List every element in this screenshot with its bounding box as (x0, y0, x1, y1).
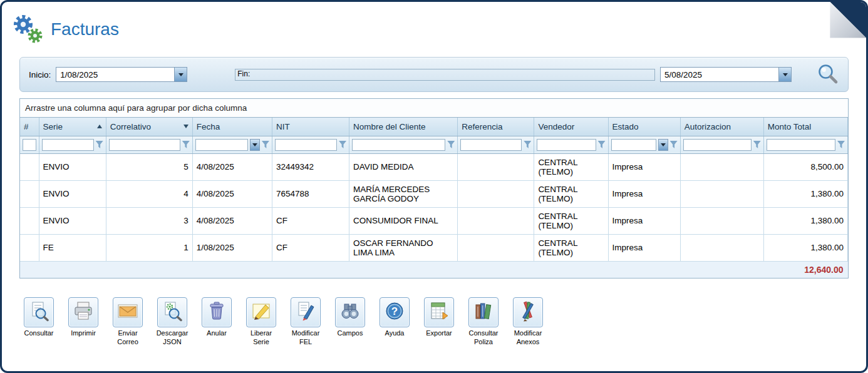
exportar-button[interactable] (424, 297, 454, 327)
trash-icon (206, 300, 227, 324)
invoices-grid: Arrastre una columna aquí para agrupar p… (19, 98, 849, 278)
filter-cell-referencia (458, 136, 534, 153)
filter-cell-serie (39, 136, 106, 153)
fin-dropdown-button[interactable] (778, 68, 791, 81)
filter-cell-estado (608, 136, 680, 153)
filter-cell-autorizacion (680, 136, 763, 153)
table-row[interactable]: ENVIO 4 4/08/2025 7654788 MARÍA MERCEDES… (20, 180, 848, 207)
filter-funnel-icon[interactable] (182, 141, 190, 148)
filter-funnel-icon[interactable] (837, 141, 845, 148)
summary-spacer (20, 261, 763, 278)
column-header-cliente[interactable]: Nombre del Cliente (349, 118, 458, 136)
filter-input-monto[interactable] (767, 139, 835, 151)
chevron-down-icon (661, 143, 666, 146)
column-header-serie[interactable]: Serie (39, 118, 106, 136)
filter-input-nit[interactable] (275, 139, 337, 151)
filter-cell-num (20, 136, 39, 153)
facturas-window: Facturas Inicio: Fin: Arrastre una colum… (0, 0, 868, 373)
chevron-down-icon (252, 143, 257, 146)
descargar-json-button[interactable] (157, 297, 187, 327)
inicio-label: Inicio: (29, 70, 51, 79)
table-row[interactable]: ENVIO 3 4/08/2025 CF CONSUMIDOR FINAL CE… (20, 207, 848, 234)
filter-dropdown-button[interactable] (250, 139, 260, 151)
sort-descending-icon (183, 125, 189, 128)
column-header-estado[interactable]: Estado (608, 118, 680, 136)
magnifier-gear-icon (162, 300, 183, 324)
toolbar-item-exportar: Exportar (421, 297, 457, 338)
magnifier-document-icon (28, 300, 49, 324)
anular-button[interactable] (202, 297, 232, 327)
filter-cell-monto (763, 136, 847, 153)
column-header-vendedor[interactable]: Vendedor (534, 118, 608, 136)
enviar-correo-button[interactable] (113, 297, 143, 327)
inicio-dropdown-button[interactable] (174, 68, 187, 81)
chevron-down-icon (783, 73, 788, 76)
envelope-icon (117, 300, 138, 324)
inicio-date-input[interactable] (56, 68, 174, 81)
toolbar-item-liberar-serie: Liberar Serie (243, 297, 279, 347)
filter-input-correlativo[interactable] (109, 139, 180, 151)
campos-button[interactable] (335, 297, 365, 327)
page-pencil-icon (295, 300, 316, 324)
toolbar-item-modificar-anexos: Modificar Anexos (510, 297, 546, 347)
toolbar-label: Modificar Anexos (510, 329, 546, 347)
filter-bar: Inicio: Fin: (19, 57, 849, 92)
filter-cell-nit (272, 136, 349, 153)
search-icon[interactable] (817, 63, 839, 86)
filter-funnel-icon[interactable] (753, 141, 761, 148)
toolbar-label: Modificar FEL (287, 329, 324, 347)
toolbar-item-enviar-correo: Enviar Correo (110, 297, 146, 347)
column-header-fecha[interactable]: Fecha (192, 118, 272, 136)
toolbar-item-modificar-fel: Modificar FEL (287, 297, 324, 347)
filter-funnel-icon[interactable] (447, 141, 455, 148)
column-header-monto[interactable]: Monto Total (763, 118, 847, 136)
consultar-poliza-button[interactable] (468, 297, 499, 327)
sort-ascending-icon (97, 125, 102, 128)
filter-cell-vendedor (534, 136, 608, 153)
filter-funnel-icon[interactable] (524, 141, 531, 148)
group-by-panel[interactable]: Arrastre una columna aquí para agrupar p… (20, 99, 848, 118)
toolbar-item-consultar-poliza: Consultar Poliza (465, 297, 502, 347)
filter-funnel-icon[interactable] (598, 141, 606, 148)
filter-input-referencia[interactable] (460, 139, 522, 151)
modificar-anexos-button[interactable] (513, 297, 543, 327)
column-header-referencia[interactable]: Referencia (458, 118, 534, 136)
modificar-fel-button[interactable] (291, 297, 321, 327)
header-row: # Serie Correlativo Fecha NIT Nombre del… (20, 118, 848, 136)
filter-input-num[interactable] (23, 139, 36, 151)
filter-input-serie[interactable] (42, 139, 94, 151)
toolbar-label: Imprimir (71, 329, 96, 338)
filter-input-fecha[interactable] (195, 139, 248, 151)
table-row[interactable]: ENVIO 5 4/08/2025 32449342 DAVID MEDIDA … (20, 153, 848, 180)
toolbar-item-consultar: Consultar (21, 297, 57, 338)
help-icon: ? (384, 300, 405, 324)
filter-input-vendedor[interactable] (537, 139, 596, 151)
filter-row (20, 136, 848, 153)
filter-funnel-icon[interactable] (96, 141, 103, 148)
books-icon (473, 300, 494, 324)
toolbar-label: Consultar (24, 329, 53, 338)
column-header-nit[interactable]: NIT (272, 118, 349, 136)
fin-date-input[interactable] (661, 68, 778, 81)
summary-row: 12,640.00 (20, 261, 848, 278)
consultar-button[interactable] (24, 297, 54, 327)
spreadsheet-export-icon (428, 300, 450, 324)
filter-funnel-icon[interactable] (339, 141, 346, 148)
imprimir-button[interactable] (68, 297, 98, 327)
column-header-correlativo[interactable]: Correlativo (106, 118, 192, 136)
toolbar-label: Liberar Serie (243, 329, 279, 347)
column-header-autorizacion[interactable]: Autorizacion (680, 118, 763, 136)
filter-funnel-icon[interactable] (670, 141, 678, 148)
column-header-num[interactable]: # (20, 118, 39, 136)
filter-input-estado[interactable] (611, 139, 656, 151)
filter-dropdown-button[interactable] (658, 139, 668, 151)
liberar-serie-button[interactable] (246, 297, 276, 327)
table-row[interactable]: FE 1 1/08/2025 CF OSCAR FERNANDO LIMA LI… (20, 234, 848, 261)
toolbar-label: Campos (338, 329, 363, 338)
note-pencil-icon (251, 300, 272, 324)
filter-input-autorizacion[interactable] (683, 139, 752, 151)
filter-funnel-icon[interactable] (262, 141, 269, 148)
filter-input-cliente[interactable] (352, 139, 445, 151)
ayuda-button[interactable]: ? (380, 297, 410, 327)
page-title: Facturas (51, 19, 119, 39)
